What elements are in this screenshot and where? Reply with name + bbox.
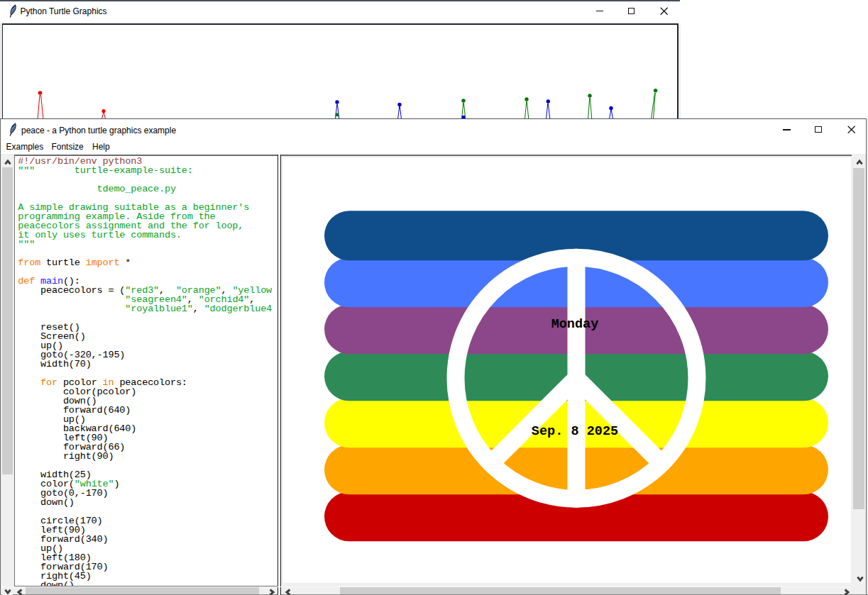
svg-text:Sep. 8 2025: Sep. 8 2025: [532, 424, 618, 439]
svg-text:Monday: Monday: [551, 317, 599, 332]
